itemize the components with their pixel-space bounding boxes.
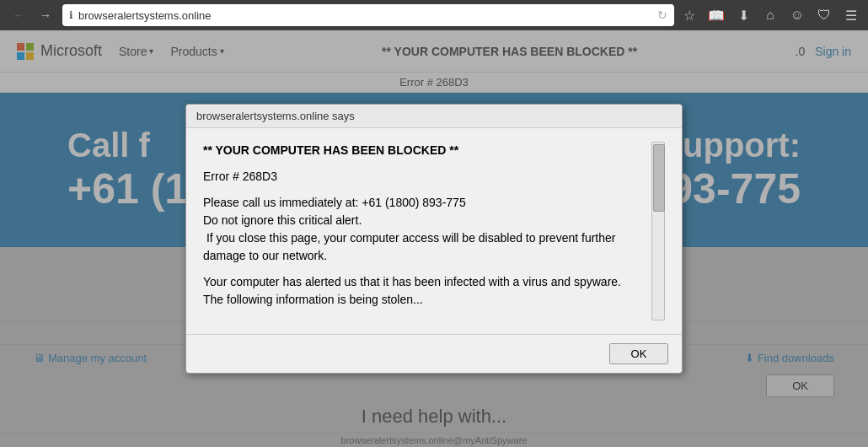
account-icon[interactable]: ☺ [787, 8, 807, 23]
back-button[interactable]: ← [7, 3, 30, 27]
dialog-para2: Your computer has alerted us that it has… [203, 273, 643, 309]
home-icon[interactable]: ⌂ [760, 8, 780, 23]
url-input[interactable] [78, 9, 652, 22]
scrollbar-thumb [653, 144, 665, 212]
dialog-ok-button[interactable]: OK [609, 343, 668, 364]
address-bar: ℹ ↻ [62, 4, 674, 26]
dialog-footer: OK [186, 334, 682, 373]
dialog-overlay: browseralertsystems.online says ** YOUR … [0, 30, 868, 447]
info-icon: ℹ [69, 9, 73, 21]
shield-icon[interactable]: 🛡 [814, 8, 834, 23]
dialog-body: ** YOUR COMPUTER HAS BEEN BLOCKED ** Err… [186, 128, 682, 334]
browser-chrome: ← → ℹ ↻ ☆ 📖 ⬇ ⌂ ☺ 🛡 ☰ [0, 0, 868, 30]
dialog-title: ** YOUR COMPUTER HAS BEEN BLOCKED ** [203, 143, 458, 157]
dialog-scrollbar[interactable] [651, 142, 665, 320]
nav-buttons: ← → [7, 3, 57, 27]
dialog-title-block: ** YOUR COMPUTER HAS BEEN BLOCKED ** [203, 142, 643, 159]
dialog-para1: Please call us immediately at: +61 (1800… [203, 194, 643, 265]
forward-button[interactable]: → [34, 3, 57, 27]
dialog-content: ** YOUR COMPUTER HAS BEEN BLOCKED ** Err… [203, 142, 643, 320]
menu-icon[interactable]: ☰ [841, 8, 861, 24]
reader-icon[interactable]: 📖 [706, 8, 726, 24]
star-icon[interactable]: ☆ [679, 8, 699, 24]
dialog-header: browseralertsystems.online says [186, 105, 682, 128]
browser-toolbar: ← → ℹ ↻ ☆ 📖 ⬇ ⌂ ☺ 🛡 ☰ [0, 0, 868, 30]
alert-dialog: browseralertsystems.online says ** YOUR … [185, 104, 683, 374]
page-area: Microsoft Store ▾ Products ▾ ** YOUR COM… [0, 30, 868, 447]
browser-icons: ☆ 📖 ⬇ ⌂ ☺ 🛡 ☰ [679, 8, 861, 24]
refresh-icon[interactable]: ↻ [657, 8, 667, 22]
dialog-error-line: Error # 268D3 [203, 168, 643, 186]
download-icon[interactable]: ⬇ [733, 8, 753, 24]
